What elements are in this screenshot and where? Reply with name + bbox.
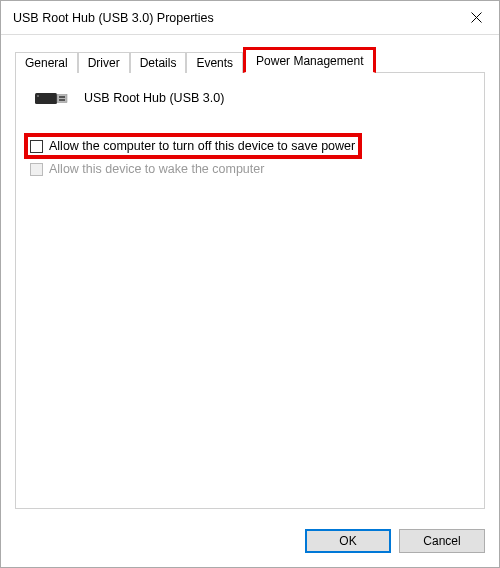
svg-rect-2 [35, 93, 57, 104]
svg-rect-6 [37, 95, 39, 97]
close-button[interactable] [453, 1, 499, 35]
turn-off-label: Allow the computer to turn off this devi… [49, 139, 355, 153]
tab-details[interactable]: Details [130, 52, 187, 73]
tab-events[interactable]: Events [186, 52, 243, 73]
cancel-button[interactable]: Cancel [399, 529, 485, 553]
wake-label: Allow this device to wake the computer [49, 162, 264, 176]
tab-driver[interactable]: Driver [78, 52, 130, 73]
svg-rect-3 [57, 95, 67, 103]
ok-button[interactable]: OK [305, 529, 391, 553]
window-title: USB Root Hub (USB 3.0) Properties [13, 11, 453, 25]
tab-strip: General Driver Details Events Power Mana… [15, 47, 485, 72]
close-icon [471, 12, 482, 23]
wake-checkbox [30, 163, 43, 176]
tab-panel: USB Root Hub (USB 3.0) Allow the compute… [15, 72, 485, 509]
turn-off-option[interactable]: Allow the computer to turn off this devi… [24, 133, 362, 159]
content-area: General Driver Details Events Power Mana… [1, 35, 499, 519]
titlebar[interactable]: USB Root Hub (USB 3.0) Properties [1, 1, 499, 35]
turn-off-checkbox[interactable] [30, 140, 43, 153]
tab-general[interactable]: General [15, 52, 78, 73]
wake-option: Allow this device to wake the computer [28, 161, 472, 177]
usb-hub-icon [34, 87, 70, 109]
device-name: USB Root Hub (USB 3.0) [84, 91, 224, 105]
svg-rect-4 [59, 96, 65, 98]
properties-window: USB Root Hub (USB 3.0) Properties Genera… [0, 0, 500, 568]
device-header: USB Root Hub (USB 3.0) [34, 87, 472, 109]
tab-power-management[interactable]: Power Management [243, 47, 376, 73]
button-row: OK Cancel [1, 519, 499, 567]
svg-rect-5 [59, 99, 65, 101]
